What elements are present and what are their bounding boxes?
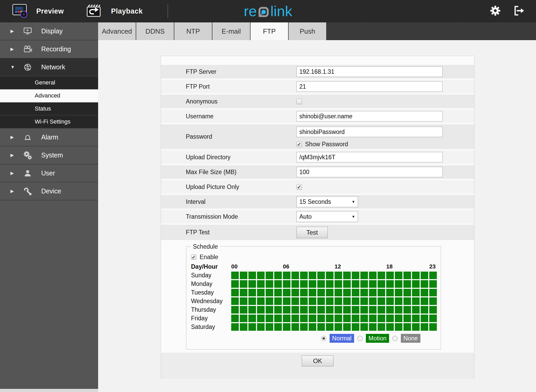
schedule-enable-checkbox[interactable]	[191, 254, 196, 260]
schedule-cell[interactable]	[360, 280, 368, 288]
schedule-cell[interactable]	[257, 306, 265, 314]
schedule-cell[interactable]	[360, 272, 368, 279]
schedule-cell[interactable]	[291, 289, 299, 296]
schedule-cell[interactable]	[429, 297, 437, 305]
schedule-cell[interactable]	[300, 306, 308, 314]
schedule-cell[interactable]	[378, 272, 385, 279]
logout-icon[interactable]	[513, 5, 525, 17]
schedule-cell[interactable]	[421, 272, 428, 279]
gear-icon[interactable]	[490, 5, 501, 17]
schedule-cell[interactable]	[412, 289, 420, 296]
schedule-cell[interactable]	[335, 297, 342, 305]
schedule-cell[interactable]	[317, 289, 325, 296]
schedule-cell[interactable]	[309, 289, 316, 296]
schedule-cell[interactable]	[386, 306, 394, 314]
schedule-cell[interactable]	[403, 323, 411, 331]
schedule-cell[interactable]	[317, 306, 325, 314]
schedule-cell[interactable]	[240, 315, 247, 322]
schedule-cell[interactable]	[403, 306, 411, 314]
schedule-cell[interactable]	[326, 272, 333, 279]
schedule-cell[interactable]	[257, 323, 265, 331]
sidebar-item-network[interactable]: ▼ Network	[0, 58, 98, 76]
schedule-cell[interactable]	[429, 323, 437, 331]
schedule-cell[interactable]	[231, 280, 239, 288]
schedule-cell[interactable]	[395, 315, 402, 322]
schedule-cell[interactable]	[421, 323, 428, 331]
schedule-cell[interactable]	[266, 315, 273, 322]
schedule-mode-chip-normal[interactable]: Normal	[330, 334, 354, 343]
schedule-cell[interactable]	[352, 306, 359, 314]
tab-ddns[interactable]: DDNS	[136, 22, 174, 40]
sidebar-subitem-advanced[interactable]: Advanced	[0, 89, 98, 102]
schedule-cell[interactable]	[231, 323, 239, 331]
schedule-cell[interactable]	[291, 280, 299, 288]
schedule-cell[interactable]	[369, 297, 377, 305]
schedule-mode-chip-none[interactable]: None	[401, 334, 420, 343]
schedule-cell[interactable]	[429, 289, 437, 296]
schedule-cell[interactable]	[421, 315, 428, 322]
schedule-cell[interactable]	[309, 323, 316, 331]
schedule-cell[interactable]	[266, 289, 273, 296]
schedule-cell[interactable]	[360, 289, 368, 296]
schedule-cell[interactable]	[317, 272, 325, 279]
schedule-cell[interactable]	[335, 272, 342, 279]
schedule-cell[interactable]	[335, 315, 342, 322]
schedule-cell[interactable]	[403, 272, 411, 279]
schedule-cell[interactable]	[231, 315, 239, 322]
schedule-cell[interactable]	[421, 280, 428, 288]
schedule-cell[interactable]	[300, 280, 308, 288]
schedule-cell[interactable]	[395, 272, 402, 279]
tab-ntp[interactable]: NTP	[174, 22, 212, 40]
upload-directory-input[interactable]	[296, 152, 443, 162]
sidebar-item-alarm[interactable]: ▶ Alarm	[0, 128, 98, 146]
schedule-cell[interactable]	[274, 297, 282, 305]
schedule-cell[interactable]	[274, 280, 282, 288]
schedule-cell[interactable]	[231, 289, 239, 296]
schedule-cell[interactable]	[266, 306, 273, 314]
schedule-cell[interactable]	[257, 280, 265, 288]
schedule-cell[interactable]	[283, 306, 290, 314]
upload-picture-only-checkbox[interactable]	[296, 184, 302, 190]
schedule-cell[interactable]	[248, 280, 256, 288]
tab-ftp[interactable]: FTP	[251, 22, 288, 40]
schedule-cell[interactable]	[421, 297, 428, 305]
schedule-cell[interactable]	[248, 289, 256, 296]
schedule-cell[interactable]	[352, 289, 359, 296]
schedule-cell[interactable]	[378, 280, 385, 288]
schedule-cell[interactable]	[240, 297, 247, 305]
tab-email[interactable]: E-mail	[212, 22, 250, 40]
schedule-cell[interactable]	[360, 306, 368, 314]
schedule-cell[interactable]	[412, 315, 420, 322]
schedule-cell[interactable]	[378, 289, 385, 296]
ftp-test-button[interactable]: Test	[296, 227, 328, 238]
schedule-mode-radio-none[interactable]	[392, 336, 398, 341]
schedule-cell[interactable]	[369, 306, 377, 314]
schedule-cell[interactable]	[317, 323, 325, 331]
schedule-cell[interactable]	[240, 323, 247, 331]
schedule-cell[interactable]	[403, 289, 411, 296]
transmission-mode-select[interactable]: Auto ▼	[296, 211, 358, 222]
schedule-cell[interactable]	[378, 297, 385, 305]
schedule-cell[interactable]	[283, 315, 290, 322]
schedule-cell[interactable]	[274, 306, 282, 314]
schedule-cell[interactable]	[395, 280, 402, 288]
sidebar-item-device[interactable]: ▶ Device	[0, 182, 98, 200]
schedule-cell[interactable]	[386, 297, 394, 305]
schedule-cell[interactable]	[309, 315, 316, 322]
schedule-cell[interactable]	[429, 280, 437, 288]
schedule-cell[interactable]	[309, 280, 316, 288]
schedule-cell[interactable]	[395, 306, 402, 314]
tab-advanced[interactable]: Advanced	[98, 22, 136, 40]
schedule-cell[interactable]	[326, 315, 333, 322]
schedule-cell[interactable]	[266, 323, 273, 331]
schedule-cell[interactable]	[231, 306, 239, 314]
schedule-cell[interactable]	[343, 289, 351, 296]
schedule-cell[interactable]	[412, 272, 420, 279]
schedule-cell[interactable]	[335, 289, 342, 296]
schedule-cell[interactable]	[343, 297, 351, 305]
schedule-cell[interactable]	[248, 297, 256, 305]
schedule-cell[interactable]	[412, 297, 420, 305]
schedule-cell[interactable]	[240, 280, 247, 288]
schedule-cell[interactable]	[386, 280, 394, 288]
sidebar-item-recording[interactable]: ▶ Recording	[0, 40, 98, 58]
